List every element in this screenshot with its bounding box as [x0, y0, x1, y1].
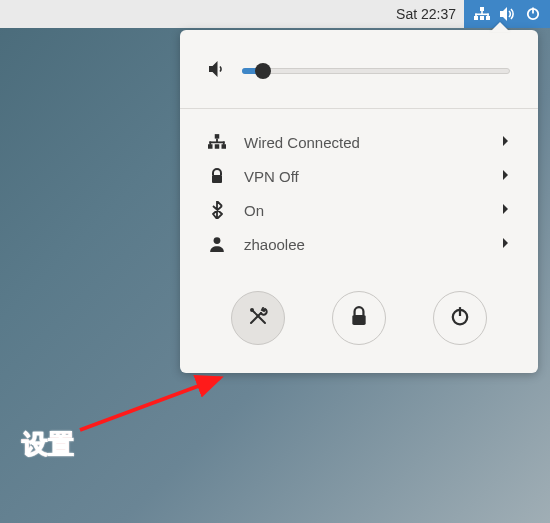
chevron-right-icon	[502, 235, 510, 253]
chevron-right-icon	[502, 167, 510, 185]
svg-line-24	[80, 378, 220, 430]
svg-rect-21	[352, 315, 365, 325]
settings-tools-icon	[247, 305, 269, 331]
volume-low-icon	[208, 60, 228, 82]
svg-rect-10	[215, 134, 220, 139]
menu-item-label: On	[244, 202, 484, 219]
volume-icon	[500, 7, 516, 21]
user-icon	[208, 236, 226, 252]
clock-label: Sat 22:37	[396, 6, 456, 22]
svg-rect-1	[474, 16, 478, 20]
svg-rect-7	[487, 14, 489, 17]
volume-slider[interactable]	[242, 63, 510, 79]
annotation-label: 设置	[22, 427, 74, 462]
menu-item-network[interactable]: Wired Connected	[180, 125, 538, 159]
svg-rect-17	[223, 141, 225, 144]
vpn-lock-icon	[208, 168, 226, 184]
svg-rect-15	[209, 141, 224, 143]
wired-network-icon	[208, 134, 226, 150]
system-menu-popover: Wired Connected VPN Off On	[180, 30, 538, 373]
network-icon	[474, 7, 490, 21]
bluetooth-icon	[208, 201, 226, 219]
menu-item-label: VPN Off	[244, 168, 484, 185]
svg-rect-9	[532, 8, 534, 14]
settings-button[interactable]	[231, 291, 285, 345]
power-icon	[450, 306, 470, 330]
system-topbar: Sat 22:37	[0, 0, 550, 28]
annotation-arrow	[70, 370, 240, 440]
svg-rect-6	[475, 14, 477, 17]
power-button[interactable]	[433, 291, 487, 345]
svg-rect-16	[209, 141, 211, 144]
svg-rect-2	[480, 16, 484, 20]
menu-item-user[interactable]: zhaoolee	[180, 227, 538, 261]
chevron-right-icon	[502, 201, 510, 219]
chevron-right-icon	[502, 133, 510, 151]
menu-item-bluetooth[interactable]: On	[180, 193, 538, 227]
menu-item-label: Wired Connected	[244, 134, 484, 151]
svg-rect-3	[486, 16, 490, 20]
svg-rect-0	[480, 7, 484, 11]
svg-point-19	[214, 237, 221, 244]
action-button-row	[180, 267, 538, 349]
svg-rect-5	[475, 14, 489, 16]
svg-rect-13	[222, 144, 227, 149]
menu-item-vpn[interactable]: VPN Off	[180, 159, 538, 193]
menu-item-label: zhaoolee	[244, 236, 484, 253]
menu-divider	[180, 108, 538, 109]
svg-rect-23	[459, 307, 461, 316]
lock-button[interactable]	[332, 291, 386, 345]
popover-arrow	[490, 22, 510, 32]
volume-row	[180, 48, 538, 108]
lock-icon	[350, 306, 368, 330]
svg-rect-12	[215, 144, 220, 149]
power-icon	[526, 7, 540, 21]
svg-rect-18	[212, 175, 222, 183]
menu-list: Wired Connected VPN Off On	[180, 119, 538, 267]
svg-rect-11	[208, 144, 213, 149]
